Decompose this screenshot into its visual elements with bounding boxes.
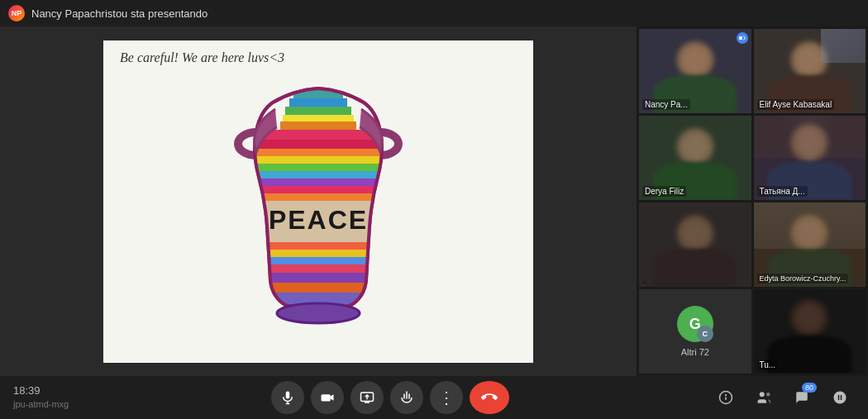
svg-rect-12 bbox=[256, 171, 380, 179]
participant-tile-tu[interactable]: Tu... bbox=[754, 289, 866, 374]
svg-rect-27 bbox=[285, 392, 289, 399]
people-button[interactable] bbox=[749, 383, 779, 412]
time-room-info: 18:39 jpu-atmd-mxg bbox=[13, 383, 69, 412]
svg-rect-8 bbox=[258, 140, 379, 149]
presentation-area: Be careful! We are here luvs<3 bbox=[0, 26, 637, 376]
unnamed-name-label bbox=[642, 282, 647, 283]
nancy-name-label: Nancy Pa... bbox=[642, 99, 690, 110]
bottom-bar: 18:39 jpu-atmd-mxg bbox=[0, 376, 868, 419]
svg-rect-19 bbox=[263, 257, 374, 264]
svg-rect-17 bbox=[260, 242, 376, 250]
current-time: 18:39 bbox=[13, 383, 69, 398]
participant-tile-derya[interactable]: Derya Filiz bbox=[639, 116, 751, 200]
activities-button[interactable] bbox=[825, 383, 855, 412]
svg-rect-7 bbox=[260, 130, 376, 140]
altri-label: Altri 72 bbox=[681, 347, 709, 357]
presenter-avatar: NP bbox=[8, 5, 25, 21]
hand-raise-button[interactable] bbox=[390, 381, 423, 414]
participant-tile-unnamed[interactable] bbox=[639, 202, 751, 287]
svg-rect-11 bbox=[256, 164, 380, 171]
svg-rect-9 bbox=[256, 149, 380, 156]
screen-share-button[interactable] bbox=[351, 381, 384, 414]
controls-right: 80 bbox=[711, 383, 855, 412]
chat-badge: 80 bbox=[802, 383, 817, 393]
svg-rect-10 bbox=[256, 156, 380, 164]
top-bar: NP Nancy Papachristou sta presentando bbox=[0, 0, 868, 26]
camera-icon bbox=[320, 390, 335, 405]
chat-button[interactable]: 80 bbox=[787, 383, 817, 412]
unnamed-video bbox=[639, 202, 751, 287]
svg-rect-13 bbox=[256, 179, 380, 186]
end-call-button[interactable] bbox=[470, 381, 509, 414]
slide-handwritten-text: Be careful! We are here luvs<3 bbox=[120, 50, 284, 65]
svg-rect-6 bbox=[280, 121, 356, 130]
svg-point-37 bbox=[760, 392, 765, 397]
info-icon bbox=[718, 390, 733, 405]
tatyana-name-label: Татьяна Д... bbox=[757, 186, 808, 197]
participant-tile-altri[interactable]: G C Altri 72 bbox=[639, 289, 751, 374]
tu-name-label: Tu... bbox=[757, 359, 779, 370]
svg-rect-20 bbox=[265, 264, 372, 273]
mic-button[interactable] bbox=[271, 381, 304, 414]
svg-rect-15 bbox=[258, 193, 379, 201]
edyta-name-label: Edyta Borowicz-Czuchry... bbox=[757, 274, 849, 283]
slide-content: Be careful! We are here luvs<3 bbox=[103, 40, 533, 363]
svg-rect-26 bbox=[739, 36, 742, 40]
participants-panel: Nancy Pa... Elif Ayse Kabasakal D bbox=[637, 26, 868, 376]
elif-name-label: Elif Ayse Kabasakal bbox=[757, 99, 835, 110]
more-options-icon: ⋮ bbox=[438, 389, 455, 406]
main-area: Be careful! We are here luvs<3 bbox=[0, 26, 868, 376]
streaming-indicator bbox=[737, 32, 748, 44]
svg-rect-22 bbox=[268, 283, 369, 293]
info-button[interactable] bbox=[711, 383, 741, 412]
presenter-avatar-initials: NP bbox=[12, 9, 22, 17]
room-code: jpu-atmd-mxg bbox=[13, 398, 69, 411]
controls-center: ⋮ bbox=[271, 381, 509, 414]
svg-rect-30 bbox=[321, 394, 330, 401]
participant-tile-nancy[interactable]: Nancy Pa... bbox=[639, 29, 751, 113]
svg-rect-14 bbox=[257, 186, 379, 193]
mic-icon bbox=[280, 390, 295, 405]
participant-tile-elif[interactable]: Elif Ayse Kabasakal bbox=[754, 29, 866, 113]
end-call-icon bbox=[481, 389, 498, 406]
altri-avatar-g: G C bbox=[677, 306, 713, 342]
camera-button[interactable] bbox=[311, 381, 344, 414]
altri-avatar-c: C bbox=[697, 326, 713, 342]
derya-name-label: Derya Filiz bbox=[642, 186, 686, 197]
presenter-label: Nancy Papachristou sta presentando bbox=[31, 7, 207, 20]
svg-marker-31 bbox=[330, 394, 333, 401]
activities-icon bbox=[832, 390, 847, 405]
participant-tile-edyta[interactable]: Edyta Borowicz-Czuchry... bbox=[754, 202, 866, 287]
more-options-button[interactable]: ⋮ bbox=[430, 381, 463, 414]
vase-drawing: PEACE bbox=[211, 61, 426, 342]
people-icon bbox=[756, 390, 771, 405]
screen-share-icon bbox=[360, 390, 374, 405]
svg-rect-18 bbox=[262, 250, 374, 257]
hand-icon bbox=[399, 390, 414, 405]
svg-point-25 bbox=[277, 303, 360, 323]
svg-rect-21 bbox=[266, 273, 370, 283]
svg-text:PEACE: PEACE bbox=[269, 205, 368, 235]
participant-tile-tatyana[interactable]: Татьяна Д... bbox=[754, 116, 866, 200]
svg-point-38 bbox=[766, 393, 770, 397]
